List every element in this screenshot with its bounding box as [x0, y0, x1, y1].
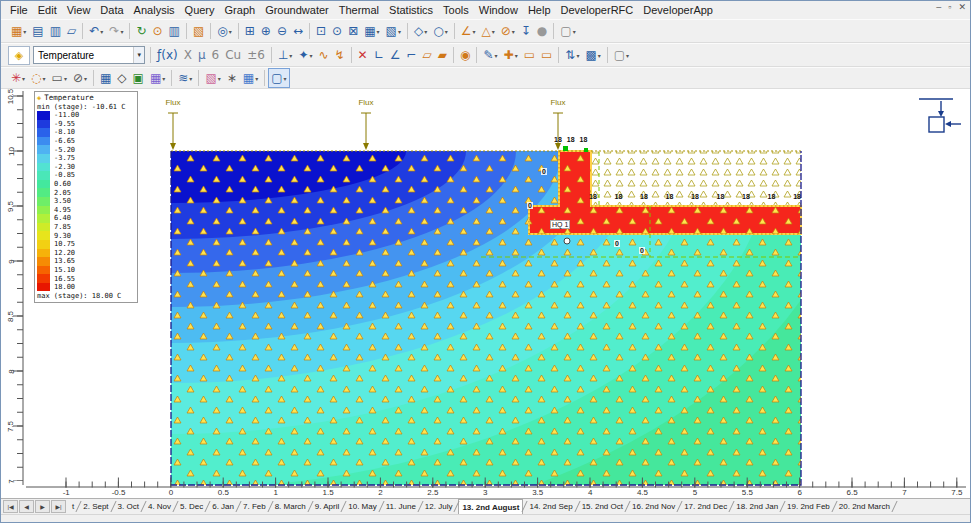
print-preview-button[interactable]: ▥ ▾ — [47, 21, 64, 41]
scatter-graph-button[interactable]: ⊥ ▾ — [275, 45, 295, 65]
menu-item[interactable]: Tools — [438, 3, 474, 17]
stage-tab[interactable]: 19. 2nd Feb — [784, 499, 836, 514]
mean-stat-button[interactable]: X ▾ — [181, 45, 195, 65]
restore-button[interactable]: ▫ — [948, 2, 951, 12]
stage-tab[interactable]: 17. 2nd Dec — [681, 499, 733, 514]
menu-item[interactable]: Groundwater — [260, 3, 334, 17]
node-points-button[interactable]: ✳ ▾ — [8, 68, 28, 88]
purple-grid-button[interactable]: ▦ ▾ — [147, 68, 168, 88]
active-frame-button[interactable]: ▢ ▾ — [268, 68, 289, 88]
menu-item[interactable]: DeveloperApp — [638, 3, 718, 17]
model-canvas[interactable] — [1, 89, 971, 498]
stage-tab[interactable]: 9. April — [312, 499, 345, 514]
delete-graph-button[interactable]: ✕ ▾ — [355, 45, 371, 65]
pattern-fill-button[interactable]: ▩ ▾ — [582, 45, 603, 65]
mini-chart-button[interactable]: ▧ ▾ — [202, 68, 223, 88]
rect-select-button[interactable]: ▭ ▾ — [49, 68, 70, 88]
wave-graph-button[interactable]: ∿ ▾ — [315, 45, 331, 65]
flow-lines-button[interactable]: ≋ ▾ — [175, 68, 195, 88]
edit-points-button[interactable]: ✎ ▾ — [480, 45, 500, 65]
menu-item[interactable]: Window — [474, 3, 523, 17]
layer-options-button[interactable]: ▢ ▾ — [611, 45, 632, 65]
menu-item[interactable]: Edit — [33, 3, 62, 17]
close-button[interactable]: ✕ — [958, 2, 966, 12]
tab-nav-button[interactable]: ▶ — [35, 500, 50, 513]
pan-button[interactable]: ↔ ▾ — [290, 21, 306, 41]
menu-item[interactable]: Help — [523, 3, 556, 17]
sigma-stat-button[interactable]: 6 ▾ — [209, 45, 223, 65]
plus-minus-stat-button[interactable]: ±6 ▾ — [244, 45, 268, 65]
mesh-grid-button[interactable]: ▦ ▾ — [97, 68, 114, 88]
probe-node-button[interactable]: ∗ ▾ — [224, 68, 240, 88]
stage-tab[interactable]: 5. Dec — [177, 499, 209, 514]
open-project-button[interactable]: ▦ ▾ — [8, 21, 29, 41]
stage-tab[interactable]: 7. Feb — [240, 499, 272, 514]
repair-button[interactable]: ✚ ▾ — [501, 45, 521, 65]
contour-style-button[interactable]: ◎ ▾ — [214, 21, 235, 41]
stage-tab[interactable]: 14. 2nd Sep — [526, 499, 578, 514]
tab-nav-button[interactable]: |◀ — [3, 500, 18, 513]
refresh-button[interactable]: ↻ ▾ — [133, 21, 149, 41]
highlight-button[interactable]: ◉ ▾ — [457, 45, 473, 65]
grid-display-button[interactable]: ▦ ▾ — [361, 21, 382, 41]
stage-tab[interactable]: 18. 2nd Jan — [733, 499, 784, 514]
green-region-button[interactable]: ▣ ▾ — [130, 68, 147, 88]
stage-tab[interactable]: 12. July — [422, 499, 459, 514]
menu-item[interactable]: Data — [95, 3, 128, 17]
undo-button[interactable]: ↶ ▾ — [86, 21, 106, 41]
menu-item[interactable]: View — [62, 3, 96, 17]
measure-tool-button[interactable]: ∠ ▾ — [458, 21, 479, 41]
minimize-button[interactable]: – — [936, 2, 941, 12]
stage-tab[interactable]: 20. 2nd March — [836, 499, 896, 514]
dotted-circle-button[interactable]: ◌ ▾ — [28, 68, 49, 88]
annotate-button[interactable]: ▭ ▾ — [521, 45, 538, 65]
chart-folder-button[interactable]: ▱ ▾ — [420, 45, 435, 65]
stage-tab[interactable]: 10. May — [345, 499, 382, 514]
star-graph-button[interactable]: ✦ ▾ — [295, 45, 315, 65]
tab-nav-button[interactable]: ▶| — [51, 500, 66, 513]
zoom-in-button[interactable]: ⊕ ▾ — [258, 21, 274, 41]
zoom-page-button[interactable]: ⊠ ▾ — [345, 21, 361, 41]
slash-erase-button[interactable]: ⊘ ▾ — [70, 68, 90, 88]
sphere-view-button[interactable]: ● ▾ — [534, 21, 550, 41]
history-button[interactable]: ⊙ ▾ — [150, 21, 166, 41]
annotate-box-button[interactable]: ▭ ▾ — [538, 45, 555, 65]
line-graph-button[interactable]: ∟ ▾ — [371, 45, 387, 65]
eraser-tool-button[interactable]: ⊘ ▾ — [498, 21, 518, 41]
stage-tab[interactable]: 6. Jan — [209, 499, 240, 514]
sort-button[interactable]: ⇅ ▾ — [562, 45, 582, 65]
menu-item[interactable]: Graph — [220, 3, 261, 17]
menu-item[interactable]: Query — [180, 3, 220, 17]
chart-folder2-button[interactable]: ▰ ▾ — [435, 45, 450, 65]
stage-tab[interactable]: 16. 2nd Nov — [629, 499, 681, 514]
menu-item[interactable]: DeveloperRFC — [556, 3, 639, 17]
menu-item[interactable]: Analysis — [129, 3, 180, 17]
stage-tab[interactable]: 2. Sept — [80, 499, 114, 514]
view-box-button[interactable]: ▢ ▾ — [557, 21, 578, 41]
zoom-extents-button[interactable]: ⊞ ▾ — [242, 21, 258, 41]
save-button[interactable]: ▤ ▾ — [29, 21, 46, 41]
zoom-out-button[interactable]: ⊖ ▾ — [274, 21, 290, 41]
ellipse-tool-button[interactable]: ○ ▾ — [430, 21, 451, 41]
cu-stat-button[interactable]: Cu ▾ — [222, 45, 244, 65]
report-button[interactable]: ▱ ▾ — [64, 21, 79, 41]
curve-graph-button[interactable]: ⌐ ▾ — [403, 45, 419, 65]
table-columns-button[interactable]: ▥ ▾ — [166, 21, 183, 41]
zoom-window-button[interactable]: ⊡ ▾ — [313, 21, 329, 41]
menu-item[interactable]: Statistics — [384, 3, 438, 17]
stage-tab[interactable]: t — [69, 499, 80, 514]
field-selector[interactable]: Temperature ▾ — [33, 46, 145, 64]
fill-color-button[interactable]: ▧ ▾ — [190, 21, 207, 41]
lasso-select-button[interactable]: ◇ ▾ — [114, 68, 129, 88]
stage-tab[interactable]: 13. 2nd August — [458, 499, 526, 514]
blue-grid-button[interactable]: ▦ ▾ — [240, 68, 261, 88]
stage-tab[interactable]: 11. June — [383, 499, 422, 514]
stage-tab[interactable]: 8. March — [272, 499, 312, 514]
stage-tab[interactable]: 15. 2nd Oct — [579, 499, 629, 514]
stage-tab[interactable]: 4. Nov — [145, 499, 177, 514]
triangle-tool-button[interactable]: △ ▾ — [478, 21, 497, 41]
mu-stat-button[interactable]: µ ▾ — [195, 45, 209, 65]
tab-nav-button[interactable]: ◀ — [19, 500, 34, 513]
stage-tab[interactable]: 3. Oct — [115, 499, 145, 514]
menu-item[interactable]: Thermal — [334, 3, 384, 17]
